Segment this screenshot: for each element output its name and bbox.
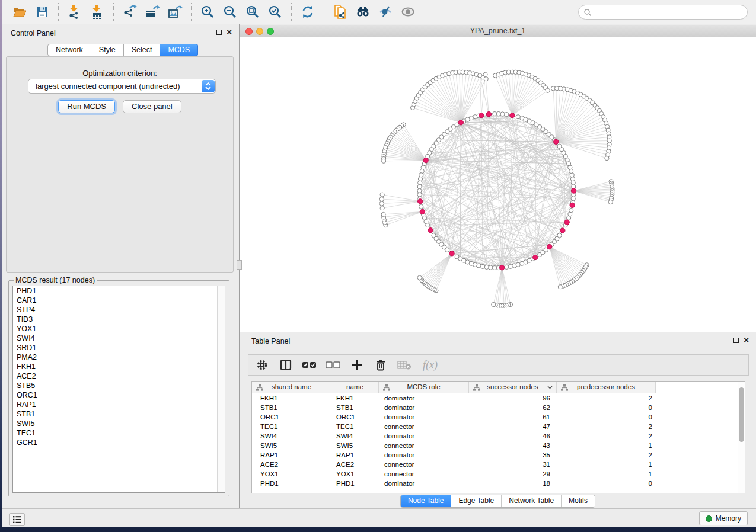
table-toolbar: f(x) xyxy=(248,354,749,376)
optimization-criterion-select[interactable]: largest connected component (undirected) xyxy=(28,79,216,94)
mcds-result-item[interactable]: PMA2 xyxy=(13,352,225,362)
import-table-icon[interactable] xyxy=(88,2,107,21)
column-header-shared-name[interactable]: shared name xyxy=(252,382,331,393)
table-row[interactable]: STB1STB1dominator620 xyxy=(252,403,738,412)
table-row[interactable]: YOX1YOX1connector291 xyxy=(252,469,738,479)
mcds-result-item[interactable]: GCR1 xyxy=(13,438,225,447)
mcds-result-item[interactable]: STP4 xyxy=(13,305,225,315)
table-cell: 2 xyxy=(557,393,656,403)
mcds-result-item[interactable]: SWI4 xyxy=(13,334,225,343)
control-panel: Control Panel × Network Style Select MCD… xyxy=(2,24,239,508)
close-panel-icon[interactable]: × xyxy=(227,29,232,35)
tab-select[interactable]: Select xyxy=(124,44,161,56)
mcds-result-item[interactable]: SRD1 xyxy=(13,343,225,352)
table-row[interactable]: FKH1FKH1dominator962 xyxy=(252,393,738,403)
mcds-result-item[interactable]: YOX1 xyxy=(13,324,225,334)
mcds-list-scrollbar[interactable] xyxy=(217,286,225,492)
add-column-icon[interactable] xyxy=(349,357,365,373)
search-network-icon[interactable] xyxy=(353,2,372,21)
tab-motifs[interactable]: Motifs xyxy=(561,495,595,507)
table-cell: 61 xyxy=(469,412,557,422)
column-header-predecessor-nodes[interactable]: predecessor nodes xyxy=(557,382,656,393)
table-row[interactable]: PHD1PHD1dominator180 xyxy=(252,479,738,488)
split-divider-handle[interactable] xyxy=(237,260,242,270)
search-input[interactable] xyxy=(592,7,747,18)
export-image-icon[interactable] xyxy=(165,2,184,21)
float-panel-icon[interactable] xyxy=(216,30,222,35)
table-cell: 46 xyxy=(469,431,557,441)
table-cell: 0 xyxy=(557,412,656,422)
mcds-result-item[interactable]: TEC1 xyxy=(13,428,225,438)
zoom-out-icon[interactable] xyxy=(221,2,240,21)
table-scrollbar[interactable] xyxy=(738,382,745,493)
export-network-icon[interactable] xyxy=(120,2,139,21)
table-cell: dominator xyxy=(379,412,469,422)
table-cell: 1 xyxy=(557,469,656,479)
table-cell: RAP1 xyxy=(331,450,379,460)
mcds-result-item[interactable]: RAP1 xyxy=(13,400,225,409)
tab-edge-table[interactable]: Edge Table xyxy=(451,495,501,507)
memory-button[interactable]: Memory xyxy=(699,511,748,525)
float-table-panel-icon[interactable] xyxy=(733,338,739,343)
mcds-result-item[interactable]: TID3 xyxy=(13,315,225,324)
mcds-result-list: PHD1CAR1STP4TID3YOX1SWI4SRD1PMA2FKH1ACE2… xyxy=(12,286,225,493)
hide-details-icon[interactable] xyxy=(376,2,395,21)
svg-text:f(x): f(x) xyxy=(423,359,438,371)
table-scrollbar-thumb[interactable] xyxy=(739,387,744,442)
table-cell: 35 xyxy=(469,450,557,460)
delete-column-icon[interactable] xyxy=(373,357,388,373)
zoom-in-icon[interactable] xyxy=(198,2,217,21)
run-mcds-button[interactable]: Run MCDS xyxy=(58,100,115,113)
show-columns-icon[interactable] xyxy=(278,357,294,373)
table-cell: TEC1 xyxy=(331,422,379,431)
mcds-result-item[interactable]: SWI5 xyxy=(13,419,225,428)
tab-network[interactable]: Network xyxy=(47,44,91,56)
tab-node-table[interactable]: Node Table xyxy=(401,495,451,507)
tab-network-table[interactable]: Network Table xyxy=(501,495,561,507)
refresh-icon[interactable] xyxy=(298,2,317,21)
mcds-result-item[interactable]: CAR1 xyxy=(13,296,225,305)
close-panel-button[interactable]: Close panel xyxy=(123,100,181,113)
mcds-result-item[interactable]: ORC1 xyxy=(13,390,225,400)
mcds-result-item[interactable]: ACE2 xyxy=(13,371,225,381)
table-row[interactable]: TEC1TEC1connector472 xyxy=(252,422,738,431)
save-icon[interactable] xyxy=(33,2,52,21)
table-cell: 18 xyxy=(469,479,557,488)
tab-mcds[interactable]: MCDS xyxy=(160,44,198,56)
memory-label: Memory xyxy=(716,514,741,523)
network-from-file-icon[interactable] xyxy=(331,2,350,21)
table-settings-gear-icon[interactable] xyxy=(254,357,270,373)
import-network-icon[interactable] xyxy=(65,2,84,21)
column-type-icon xyxy=(561,384,568,391)
table-row[interactable]: ACE2ACE2connector311 xyxy=(252,460,738,469)
mcds-result-item[interactable]: STB5 xyxy=(13,381,225,390)
zoom-fit-icon[interactable] xyxy=(243,2,262,21)
tab-style[interactable]: Style xyxy=(91,44,124,56)
network-window-titlebar[interactable]: YPA_prune.txt_1 xyxy=(240,25,756,37)
table-cell: 1 xyxy=(557,460,656,469)
column-header-name[interactable]: name xyxy=(331,382,379,393)
network-graph[interactable] xyxy=(240,37,756,332)
mcds-result-item[interactable]: PHD1 xyxy=(13,286,225,296)
table-row[interactable]: SWI4SWI4dominator462 xyxy=(252,431,738,441)
close-table-panel-icon[interactable]: × xyxy=(744,337,749,343)
task-history-button[interactable] xyxy=(9,513,25,526)
zoom-selected-icon[interactable] xyxy=(266,2,285,21)
column-header-mcds-role[interactable]: MCDS role xyxy=(379,382,469,393)
network-canvas[interactable] xyxy=(240,37,756,332)
show-details-icon[interactable] xyxy=(398,2,417,21)
table-cell: dominator xyxy=(379,431,469,441)
select-all-icon[interactable] xyxy=(302,357,317,373)
node-table-body: FKH1FKH1dominator962STB1STB1dominator620… xyxy=(252,393,738,493)
task-list-icon xyxy=(12,515,22,524)
table-cell: 2 xyxy=(557,431,656,441)
mcds-result-item[interactable]: FKH1 xyxy=(13,362,225,371)
open-folder-icon[interactable] xyxy=(10,2,29,21)
table-row[interactable]: ORC1ORC1dominator610 xyxy=(252,412,738,422)
table-row[interactable]: SWI5SWI5connector431 xyxy=(252,441,738,450)
deselect-all-icon[interactable] xyxy=(326,357,341,373)
column-header-successor-nodes[interactable]: successor nodes xyxy=(469,382,557,393)
export-table-icon[interactable] xyxy=(143,2,162,21)
table-row[interactable]: RAP1RAP1dominator352 xyxy=(252,450,738,460)
mcds-result-item[interactable]: STB1 xyxy=(13,409,225,419)
